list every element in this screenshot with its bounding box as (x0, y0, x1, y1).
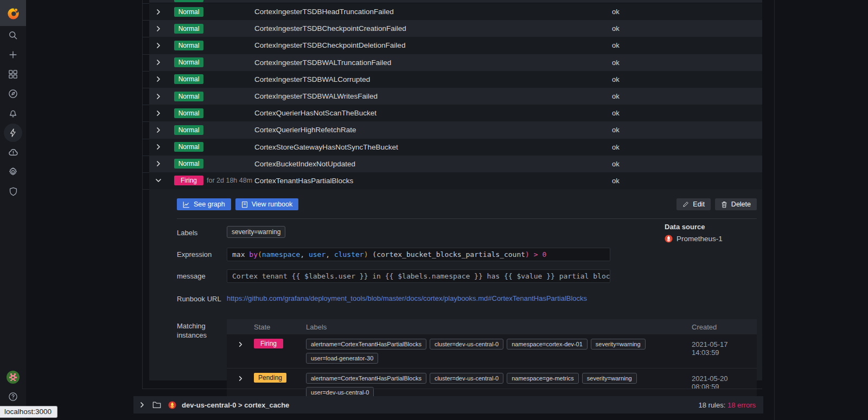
rule-row-firing[interactable]: Firing for 2d 18h 48m CortexTenantHasPar… (149, 172, 762, 189)
instance-state-badge: Pending (254, 373, 286, 383)
chevron-right-icon[interactable] (227, 373, 254, 382)
chevron-right-icon[interactable] (149, 105, 168, 121)
chevron-right-icon[interactable] (149, 156, 168, 172)
rule-name: CortexIngesterTSDBWALCorrupted (254, 75, 602, 83)
search-icon[interactable] (4, 26, 22, 44)
chevron-right-icon[interactable] (149, 139, 168, 156)
chevron-right-icon[interactable] (149, 121, 168, 138)
explore-compass-icon[interactable] (4, 85, 22, 103)
dashboards-grid-icon[interactable] (4, 65, 22, 83)
expression-label: Expression (177, 248, 227, 259)
view-runbook-button[interactable]: View runbook (235, 198, 299, 210)
rule-health: ok (602, 143, 762, 151)
grafana-flame-icon (6, 6, 21, 21)
matching-instances-label: Matching instances (177, 319, 227, 340)
rule-name: CortexIngesterTSDBHeadTruncationFailed (254, 8, 602, 16)
chevron-right-icon[interactable] (149, 3, 168, 20)
chevron-down-icon[interactable] (149, 172, 168, 189)
rule-name: CortexQuerierHasNotScanTheBucket (254, 109, 602, 117)
label-chip: user=load-generator-30 (306, 353, 378, 364)
user-avatar[interactable] (4, 368, 22, 386)
rule-health: ok (602, 160, 762, 168)
rule-row[interactable]: Normal CortexIngesterTSDBCheckpointCreat… (149, 20, 762, 37)
chevron-right-icon[interactable] (149, 20, 168, 37)
chevron-right-icon[interactable] (149, 71, 168, 88)
rule-row[interactable]: Normal CortexIngesterTSDBCheckpointDelet… (149, 37, 762, 54)
header-state: State (254, 323, 306, 331)
alerting-bell-icon[interactable] (4, 104, 22, 122)
state-badge: Normal (174, 57, 203, 67)
rule-health: ok (602, 92, 762, 100)
rule-health: ok (602, 8, 762, 16)
create-plus-icon[interactable] (4, 46, 22, 64)
admin-shield-icon[interactable] (4, 182, 22, 201)
alerting-bolt-icon[interactable] (4, 124, 22, 142)
rule-health: ok (602, 24, 762, 33)
state-badge: Normal (174, 108, 203, 118)
delete-button[interactable]: Delete (715, 198, 757, 210)
help-icon[interactable] (4, 387, 22, 406)
datasource-block: Data source Prometheus-1 (665, 223, 723, 243)
message-label: message (177, 269, 227, 281)
avatar-image (6, 370, 20, 384)
edit-button[interactable]: Edit (676, 198, 711, 210)
matching-instance-row[interactable]: Firing alertname=CortexTenantHasPartialB… (227, 334, 757, 369)
rule-row[interactable]: Normal CortexBucketIndexNotUpdated ok (149, 156, 762, 172)
rule-row[interactable]: Normal CortexIngesterTSDBWALTruncationFa… (149, 54, 762, 71)
sidebar (0, 0, 26, 420)
state-badge: Normal (174, 41, 203, 50)
rule-health: ok (602, 75, 762, 83)
state-badge-sliver (174, 0, 203, 2)
cloud-alerting-icon[interactable] (4, 143, 22, 161)
labels-label: Labels (177, 226, 227, 237)
rule-detail-panel: See graph View runbook Edit Delete (149, 189, 762, 380)
header-created: Created (692, 323, 757, 331)
label-chip: severity=warning (591, 339, 646, 350)
matching-instances-table: State Labels Created Firing alertname=Co… (227, 319, 757, 403)
rule-row[interactable]: Normal CortexIngesterTSDBWALWritesFailed… (149, 88, 762, 105)
matching-table-header: State Labels Created (227, 319, 757, 334)
rule-health: ok (602, 41, 762, 49)
folder-icon (152, 401, 161, 409)
trash-icon (721, 201, 727, 208)
label-chip: alertname=CortexTenantHasPartialBlocks (306, 339, 426, 350)
prometheus-icon (665, 235, 673, 243)
partial-rule-row (149, 0, 762, 3)
message-value: Cortex tenant {{ $labels.user }} in {{ $… (227, 269, 610, 283)
prometheus-icon (168, 401, 176, 409)
expression-code: max by(namespace, user, cluster) (cortex… (227, 248, 610, 261)
alert-rules-panel: Normal CortexIngesterTSDBHeadTruncationF… (133, 0, 763, 420)
state-badge: Normal (174, 24, 203, 34)
chevron-right-icon[interactable] (149, 54, 168, 71)
rule-row[interactable]: Normal CortexStoreGatewayHasNotSyncTheBu… (149, 139, 762, 156)
rule-name: CortexIngesterTSDBCheckpointCreationFail… (254, 24, 602, 33)
rule-group-row[interactable]: dev-us-central-0 > cortex_cache 18 rules… (133, 396, 763, 413)
pencil-icon (682, 201, 689, 208)
chevron-right-icon[interactable] (149, 37, 168, 54)
datasource-name: Prometheus-1 (676, 235, 723, 243)
browser-status-tooltip: localhost:3000 (0, 406, 58, 418)
chevron-right-icon[interactable] (227, 339, 254, 347)
label-chip: severity=warning (582, 373, 637, 384)
rule-name: CortexIngesterTSDBCheckpointDeletionFail… (254, 41, 602, 49)
page-divider (774, 0, 775, 420)
group-stats: 18 rules: 18 errors (698, 401, 756, 409)
rule-name: CortexBucketIndexNotUpdated (254, 160, 602, 168)
rule-row[interactable]: Normal CortexIngesterTSDBWALCorrupted ok (149, 71, 762, 88)
rule-row[interactable]: Normal CortexIngesterTSDBHeadTruncationF… (149, 3, 762, 20)
label-chip: namespace=cortex-dev-01 (507, 339, 588, 350)
chevron-right-icon[interactable] (149, 88, 168, 105)
see-graph-button[interactable]: See graph (177, 198, 231, 210)
configuration-gear-icon[interactable] (4, 163, 22, 181)
label-chip: cluster=dev-us-central-0 (430, 373, 503, 384)
grafana-logo[interactable] (0, 0, 26, 26)
row-guide-ticks (142, 3, 149, 190)
rule-name: CortexStoreGatewayHasNotSyncTheBucket (254, 143, 602, 151)
datasource-label: Data source (665, 223, 723, 231)
rule-name: CortexTenantHasPartialBlocks (254, 177, 602, 185)
runbook-url-link[interactable]: https://github.com/grafana/deployment_to… (227, 292, 587, 302)
rule-row[interactable]: Normal CortexQuerierHasNotScanTheBucket … (149, 105, 762, 121)
runbook-label: Runbook URL (177, 292, 227, 303)
rule-row[interactable]: Normal CortexQuerierHighRefetchRate ok (149, 121, 762, 138)
chevron-right-icon[interactable] (139, 396, 145, 413)
